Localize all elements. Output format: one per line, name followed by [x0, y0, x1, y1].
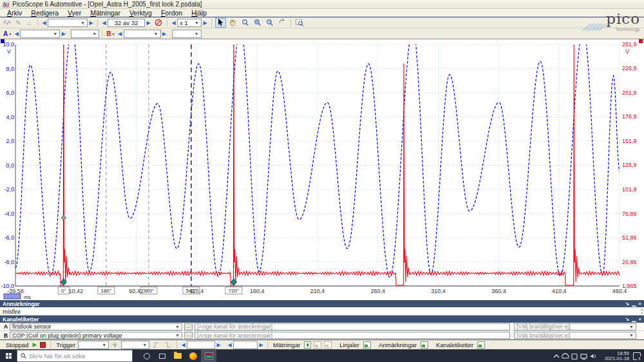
- svg-text:10,42: 10,42: [69, 288, 84, 294]
- zoom-in-tool-button[interactable]: [252, 18, 263, 28]
- menu-item-arkiv[interactable]: Arkiv: [3, 9, 26, 17]
- falling-edge-icon[interactable]: [162, 340, 173, 350]
- annotations-button[interactable]: [421, 341, 428, 348]
- stop-capture-button[interactable]: [40, 342, 46, 348]
- action-center-icon[interactable]: 5: [633, 352, 641, 360]
- zoom-marquee-tool-button[interactable]: [240, 18, 251, 28]
- pretrigger-up-button[interactable]: ▶: [258, 342, 265, 348]
- panel-float-icon[interactable]: ↘: [625, 317, 629, 322]
- add-measurement-button[interactable]: [304, 341, 311, 348]
- channel-labels-button[interactable]: [477, 341, 485, 348]
- zoom-level-select[interactable]: x 1▼: [177, 19, 202, 27]
- menu-item-vyer[interactable]: Vyer: [63, 9, 86, 17]
- select-tool-button[interactable]: [215, 18, 226, 28]
- prev-view-button[interactable]: ◀: [41, 20, 48, 26]
- buffer-counter[interactable]: 32 av 32: [108, 19, 145, 27]
- channel-label-browse-button[interactable]: …: [184, 332, 193, 339]
- channel-b-range-up-button[interactable]: ▶: [161, 31, 168, 37]
- channel-b-options-icon[interactable]: ▾: [112, 32, 114, 36]
- prev-buffer-button[interactable]: ◀: [100, 20, 108, 26]
- channel-b-probe-select[interactable]: ▼: [172, 30, 202, 38]
- menu-item-redigera[interactable]: Redigera: [26, 9, 63, 17]
- rotation-rulers[interactable]: 0°180°360°540°720°: [58, 44, 242, 294]
- channel-label-select[interactable]: firstlook sensor▼: [10, 323, 182, 330]
- channel-label-select[interactable]: COP (Coil on plug ignition) primary volt…: [10, 332, 182, 339]
- taskbar-clock[interactable]: 18:59 2021-01-16: [605, 351, 629, 361]
- delete-measurement-button[interactable]: [324, 341, 332, 348]
- time-offset-box[interactable]: [4, 294, 21, 299]
- menu-item-verktyg[interactable]: Verktyg: [125, 9, 156, 17]
- picoscope-taskbar-icon[interactable]: [201, 350, 216, 362]
- panel-close-icon[interactable]: ×: [638, 317, 641, 322]
- trigger-channel-select[interactable]: ▼: [121, 341, 149, 349]
- pretrigger-value[interactable]: [233, 341, 258, 349]
- zoom-in-step-button[interactable]: ▶: [202, 20, 209, 26]
- view-select[interactable]: ▼: [48, 19, 88, 27]
- trigger-marker-icon[interactable]: [109, 340, 120, 350]
- panel-minimize-icon[interactable]: ▁: [632, 317, 636, 322]
- channel-quality-select[interactable]: [Välj bra/dåligt/vet ej]▼: [514, 323, 636, 330]
- scope-graph[interactable]: 0°180°360°540°720°10,08,06,04,02,00,0-2,…: [0, 39, 644, 300]
- panel-float-icon[interactable]: ↘: [625, 301, 629, 307]
- taskbar-search-input[interactable]: Skriv här för att söka: [17, 350, 133, 362]
- trigger-level-up-button[interactable]: ▶: [215, 342, 222, 348]
- rulers-button[interactable]: [363, 341, 371, 348]
- home-icon[interactable]: ⌂: [24, 18, 34, 27]
- channel-a-range-down-button[interactable]: ◀: [13, 31, 20, 37]
- start-capture-icon[interactable]: ▶: [32, 341, 37, 348]
- channel-a-probe-select[interactable]: ▼: [71, 30, 99, 38]
- rising-edge-icon[interactable]: [150, 340, 161, 350]
- pretrigger-down-button[interactable]: ◀: [226, 342, 233, 348]
- channel-b-axis-marker[interactable]: [639, 39, 643, 43]
- next-view-button[interactable]: ▶: [88, 20, 95, 26]
- channel-note-input[interactable]: [194, 323, 510, 330]
- channel-note-input[interactable]: [194, 332, 510, 339]
- channel-a-range-up-button[interactable]: ▶: [60, 31, 67, 37]
- trigger-level-down-button[interactable]: ◀: [180, 342, 187, 348]
- trigger-level-value[interactable]: [187, 341, 215, 349]
- svg-text:60,42: 60,42: [129, 288, 144, 294]
- channel-label-browse-button[interactable]: …: [184, 323, 193, 330]
- menu-item-mätningar[interactable]: Mätningar: [86, 9, 125, 17]
- pico-logo: pico Technology: [581, 11, 640, 37]
- panel-close-icon[interactable]: ×: [638, 301, 641, 307]
- edit-measurement-button[interactable]: [314, 341, 321, 348]
- annotations-text-area[interactable]: misfire ▲▼: [0, 307, 644, 316]
- search-placeholder: Skriv här för att söka: [29, 352, 85, 359]
- zoom-undo-tool-button[interactable]: [276, 18, 287, 28]
- speaker-icon: [591, 354, 596, 358]
- buffer-overview-icon[interactable]: [153, 18, 164, 28]
- zoom-out-step-button[interactable]: ◀: [170, 20, 177, 26]
- panel-minimize-icon[interactable]: ▁: [632, 301, 636, 307]
- menu-item-hjälp[interactable]: Hjälp: [187, 9, 211, 17]
- channel-b-range-down-button[interactable]: ◀: [117, 31, 124, 37]
- channel-a-options-icon[interactable]: ▾: [9, 32, 11, 36]
- channel-quality-select[interactable]: [Välj bra/dåligt/vet ej]▼: [514, 332, 636, 339]
- new-waveform-icon[interactable]: [3, 18, 12, 27]
- zoom-overview-window-button[interactable]: [294, 18, 305, 28]
- trigger-mode-select[interactable]: ▼: [78, 341, 109, 349]
- firefox-icon[interactable]: [185, 350, 201, 362]
- tray-icons[interactable]: [552, 352, 601, 361]
- cortana-icon[interactable]: [139, 350, 155, 362]
- channel-a-label[interactable]: A: [3, 30, 8, 37]
- windows-logo-icon: [6, 353, 12, 359]
- menu-item-fordon[interactable]: Fordon: [156, 9, 187, 17]
- start-button[interactable]: [0, 350, 17, 362]
- channel-a-range-select[interactable]: ▼: [20, 30, 60, 38]
- waveform-area[interactable]: 0°180°360°540°720°10,08,06,04,02,00,0-2,…: [0, 39, 644, 300]
- edit-pencil-icon[interactable]: ✎: [14, 18, 23, 27]
- row-channel-letter: A: [2, 323, 10, 330]
- next-buffer-button[interactable]: ▶: [145, 20, 152, 26]
- pan-hand-tool-button[interactable]: [227, 18, 238, 28]
- zoom-out-tool-button[interactable]: [264, 18, 275, 28]
- notes-scrollbar[interactable]: ▲▼: [640, 307, 643, 315]
- file-explorer-icon[interactable]: [170, 350, 185, 362]
- capture-state-label: Stoppad: [6, 341, 28, 348]
- channel-b-range-select[interactable]: ▼: [124, 30, 161, 38]
- channel-b-label[interactable]: B: [106, 30, 111, 37]
- task-view-icon[interactable]: [155, 350, 170, 362]
- ruler-partition-diamond[interactable]: [61, 215, 66, 220]
- windows-taskbar: Skriv här för att söka 18:59 2021-01-16 …: [0, 350, 644, 362]
- svg-text:410,4: 410,4: [552, 288, 567, 294]
